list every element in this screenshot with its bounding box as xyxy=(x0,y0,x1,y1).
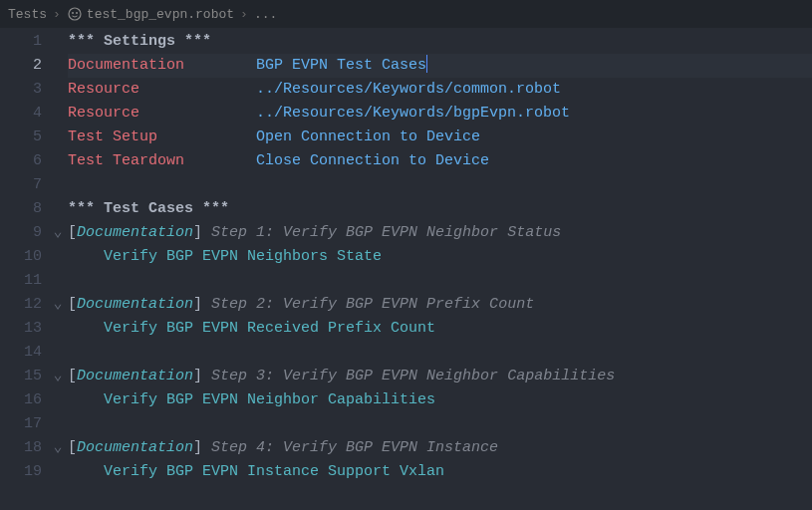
line-number[interactable]: 1 xyxy=(0,30,48,54)
token-bracket: ] xyxy=(193,296,202,313)
fold-chevron-icon[interactable]: ⌄ xyxy=(48,293,68,317)
token-text xyxy=(139,81,256,98)
breadcrumb-file[interactable]: test_bgp_evpn.robot xyxy=(87,7,234,22)
token-doc-tag: Documentation xyxy=(77,224,193,241)
fold-gutter[interactable]: ⌄⌄⌄⌄ xyxy=(48,28,68,510)
line-number[interactable]: 3 xyxy=(0,78,48,102)
code-line[interactable]: Resource ../Resources/Keywords/common.ro… xyxy=(68,78,812,102)
code-line[interactable]: [Documentation] Step 1: Verify BGP EVPN … xyxy=(68,221,812,245)
fold-spacer xyxy=(48,412,68,436)
token-text xyxy=(202,439,211,456)
code-line[interactable]: Verify BGP EVPN Neighbors State xyxy=(68,245,812,269)
token-doc-tag: Documentation xyxy=(77,368,193,384)
line-number[interactable]: 16 xyxy=(0,388,48,412)
code-line[interactable] xyxy=(68,173,812,197)
fold-spacer xyxy=(48,460,68,484)
fold-spacer xyxy=(48,197,68,221)
line-number[interactable]: 17 xyxy=(0,412,48,436)
breadcrumb-root[interactable]: Tests xyxy=(8,7,47,22)
code-line[interactable] xyxy=(68,412,812,436)
token-section: *** Test Cases *** xyxy=(68,200,229,217)
token-section: *** Settings *** xyxy=(68,33,211,50)
token-comment: Step 2: Verify BGP EVPN Prefix Count xyxy=(211,296,534,313)
code-line[interactable]: [Documentation] Step 4: Verify BGP EVPN … xyxy=(68,436,812,460)
breadcrumb-tail[interactable]: ... xyxy=(254,7,277,22)
line-number[interactable]: 7 xyxy=(0,173,48,197)
code-line[interactable]: Verify BGP EVPN Received Prefix Count xyxy=(68,317,812,341)
token-setting-val: ../Resources/Keywords/bgpEvpn.robot xyxy=(256,105,570,122)
token-text xyxy=(157,128,256,145)
token-comment: Step 3: Verify BGP EVPN Neighbor Capabil… xyxy=(211,368,615,384)
code-line[interactable]: Resource ../Resources/Keywords/bgpEvpn.r… xyxy=(68,102,812,126)
fold-spacer xyxy=(48,341,68,365)
svg-point-2 xyxy=(76,12,78,14)
token-setting-name: Documentation xyxy=(68,57,184,74)
code-line[interactable]: Documentation BGP EVPN Test Cases xyxy=(68,54,812,78)
fold-chevron-icon[interactable]: ⌄ xyxy=(48,221,68,245)
token-text xyxy=(68,463,104,480)
token-bracket: ] xyxy=(193,439,202,456)
code-line[interactable]: *** Settings *** xyxy=(68,30,812,54)
line-number[interactable]: 15 xyxy=(0,365,48,388)
code-line[interactable]: *** Test Cases *** xyxy=(68,197,812,221)
line-number[interactable]: 6 xyxy=(0,149,48,173)
token-bracket: [ xyxy=(68,224,77,241)
robot-file-icon xyxy=(67,6,83,22)
svg-point-0 xyxy=(69,8,81,20)
chevron-right-icon: › xyxy=(53,7,61,22)
code-line[interactable]: Test Teardown Close Connection to Device xyxy=(68,149,812,173)
svg-point-1 xyxy=(72,12,74,14)
fold-spacer xyxy=(48,78,68,102)
token-keyword-call: Verify BGP EVPN Instance Support Vxlan xyxy=(104,463,444,480)
token-bracket: [ xyxy=(68,296,77,313)
fold-spacer xyxy=(48,149,68,173)
line-number[interactable]: 10 xyxy=(0,245,48,269)
token-setting-name: Resource xyxy=(68,81,139,98)
token-bracket: [ xyxy=(68,368,77,384)
token-bracket: [ xyxy=(68,439,77,456)
token-text xyxy=(68,391,104,408)
line-number[interactable]: 19 xyxy=(0,460,48,484)
text-cursor xyxy=(426,55,427,73)
code-line[interactable] xyxy=(68,341,812,365)
token-setting-name: Resource xyxy=(68,105,139,122)
code-line[interactable] xyxy=(68,269,812,293)
code-line[interactable]: [Documentation] Step 3: Verify BGP EVPN … xyxy=(68,365,812,388)
line-number[interactable]: 5 xyxy=(0,126,48,149)
line-number[interactable]: 4 xyxy=(0,102,48,126)
token-setting-name: Test Teardown xyxy=(68,152,184,169)
line-number[interactable]: 18 xyxy=(0,436,48,460)
fold-spacer xyxy=(48,173,68,197)
line-number-gutter[interactable]: 12345678910111213141516171819 xyxy=(0,28,48,510)
code-line[interactable]: Verify BGP EVPN Instance Support Vxlan xyxy=(68,460,812,484)
code-editor[interactable]: 12345678910111213141516171819 ⌄⌄⌄⌄ *** S… xyxy=(0,28,812,510)
line-number[interactable]: 2 xyxy=(0,54,48,78)
token-doc-tag: Documentation xyxy=(77,439,193,456)
line-number[interactable]: 8 xyxy=(0,197,48,221)
fold-chevron-icon[interactable]: ⌄ xyxy=(48,436,68,460)
line-number[interactable]: 14 xyxy=(0,341,48,365)
token-comment: Step 1: Verify BGP EVPN Neighbor Status xyxy=(211,224,561,241)
code-line[interactable]: [Documentation] Step 2: Verify BGP EVPN … xyxy=(68,293,812,317)
code-line[interactable]: Verify BGP EVPN Neighbor Capabilities xyxy=(68,388,812,412)
code-line[interactable]: Test Setup Open Connection to Device xyxy=(68,126,812,149)
token-text xyxy=(202,224,211,241)
fold-spacer xyxy=(48,245,68,269)
fold-spacer xyxy=(48,54,68,78)
breadcrumb[interactable]: Tests › test_bgp_evpn.robot › ... xyxy=(0,0,812,28)
token-text xyxy=(202,296,211,313)
token-text xyxy=(184,57,256,74)
fold-chevron-icon[interactable]: ⌄ xyxy=(48,365,68,388)
token-doc-tag: Documentation xyxy=(77,296,193,313)
line-number[interactable]: 13 xyxy=(0,317,48,341)
code-area[interactable]: *** Settings ***Documentation BGP EVPN T… xyxy=(68,28,812,510)
line-number[interactable]: 11 xyxy=(0,269,48,293)
token-bracket: ] xyxy=(193,224,202,241)
token-text xyxy=(202,368,211,384)
token-keyword-call: Verify BGP EVPN Neighbor Capabilities xyxy=(104,391,435,408)
fold-spacer xyxy=(48,102,68,126)
token-setting-val: Close Connection to Device xyxy=(256,152,489,169)
line-number[interactable]: 9 xyxy=(0,221,48,245)
token-keyword-call: Verify BGP EVPN Neighbors State xyxy=(104,248,382,265)
line-number[interactable]: 12 xyxy=(0,293,48,317)
